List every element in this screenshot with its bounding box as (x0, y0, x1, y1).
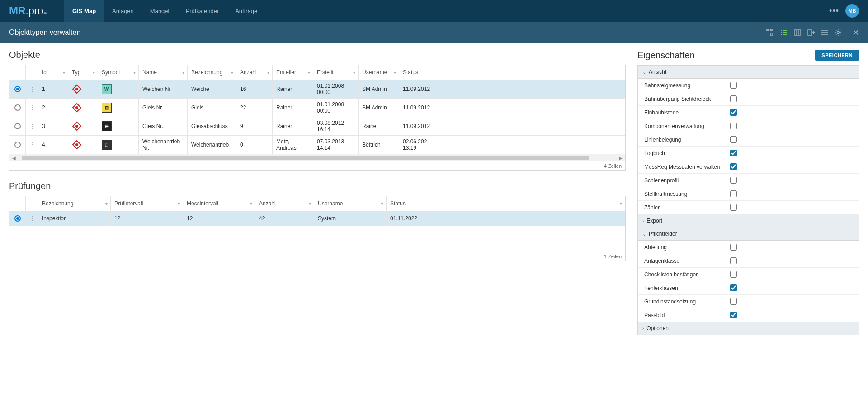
svg-rect-0 (767, 29, 769, 31)
tab-anlagen[interactable]: Anlagen (104, 0, 142, 22)
prop-checkbox[interactable] (730, 257, 737, 264)
tree-icon[interactable] (766, 28, 775, 37)
table-row[interactable]: ⋮4⬚Weichenantrieb Nr.Weichenantrieb0Metz… (9, 136, 625, 154)
objekte-body: ⋮1WWeichen NrWeiche16Rainer01.01.2008 00… (9, 80, 625, 154)
prop-checkbox[interactable] (730, 136, 737, 143)
prop-checkbox[interactable] (730, 177, 737, 184)
section-ansicht: ⌄Ansicht BahnsteigmessungBahnübergang Si… (637, 65, 859, 214)
row-menu-icon[interactable]: ⋮ (26, 99, 38, 117)
prop-checkbox[interactable] (730, 163, 737, 170)
prop-checkbox[interactable] (730, 312, 737, 318)
col-p-status[interactable]: Status▾ (387, 196, 625, 211)
scroll-right-icon[interactable]: ▶ (617, 156, 624, 161)
col-typ[interactable]: Typ▾ (68, 65, 98, 80)
prop-checkbox[interactable] (730, 82, 737, 89)
logo[interactable]: MR.pro® (9, 5, 46, 17)
row-menu-icon[interactable]: ⋮ (26, 80, 38, 98)
section-export-head[interactable]: ›Export (638, 214, 859, 227)
columns-icon[interactable] (793, 28, 802, 37)
filter-icon[interactable]: ▾ (133, 70, 136, 75)
scroll-track[interactable] (22, 156, 613, 160)
cell-anzahl: 0 (236, 136, 273, 154)
filter-icon[interactable]: ▾ (394, 70, 396, 75)
prop-checkbox[interactable] (730, 284, 737, 291)
filter-icon[interactable]: ▾ (620, 201, 622, 206)
row-menu-icon[interactable]: ⋮ (26, 211, 38, 226)
menu-icon[interactable] (820, 28, 829, 37)
row-radio[interactable] (9, 99, 26, 117)
row-radio[interactable] (9, 136, 26, 154)
section-pflicht-head[interactable]: ⌄Pflichtfelder (638, 227, 859, 241)
filter-icon[interactable]: ▾ (267, 70, 269, 75)
section-ansicht-head[interactable]: ⌄Ansicht (638, 66, 859, 79)
col-symbol[interactable]: Symbol▾ (98, 65, 139, 80)
table-row[interactable]: ⋮Inspektion121242System01.11.2022 (9, 211, 625, 226)
diamond-icon (72, 103, 82, 113)
chevron-down-icon: ⌄ (642, 70, 646, 75)
filter-icon[interactable]: ▾ (105, 201, 108, 206)
avatar[interactable]: MB (845, 4, 859, 18)
export-icon[interactable] (807, 28, 816, 37)
col-username[interactable]: Username▾ (359, 65, 399, 80)
table-row[interactable]: ⋮3⊖Gleis Nr.Gleisabschluss9Rainer03.08.2… (9, 117, 625, 136)
filter-icon[interactable]: ▾ (231, 70, 233, 75)
row-menu-icon[interactable]: ⋮ (26, 136, 38, 154)
col-p-anz[interactable]: Anzahl▾ (255, 196, 314, 211)
row-radio[interactable] (9, 117, 26, 135)
prop-checkbox[interactable] (730, 190, 737, 197)
section-optionen-head[interactable]: ›Optionen (638, 322, 859, 335)
filter-icon[interactable]: ▾ (93, 70, 95, 75)
col-p-bez[interactable]: Bezeichnung▾ (38, 196, 111, 211)
filter-icon[interactable]: ▾ (63, 70, 65, 75)
prop-checkbox[interactable] (730, 123, 737, 129)
col-p-user[interactable]: Username▾ (314, 196, 387, 211)
row-radio[interactable] (9, 80, 26, 98)
col-erstellt[interactable]: Erstellt▾ (313, 65, 359, 80)
cell-pint: 12 (111, 211, 183, 226)
filter-icon[interactable]: ▾ (381, 201, 383, 206)
prop-item: Grundinstandsetzung (638, 295, 859, 308)
prop-checkbox[interactable] (730, 244, 737, 251)
table-row[interactable]: ⋮1WWeichen NrWeiche16Rainer01.01.2008 00… (9, 80, 625, 99)
prop-checkbox[interactable] (730, 109, 737, 116)
svg-rect-9 (794, 30, 801, 35)
col-ersteller[interactable]: Ersteller▾ (273, 65, 313, 80)
cell-username: Rainer (359, 117, 399, 135)
col-id[interactable]: Id▾ (38, 65, 68, 80)
filter-icon[interactable]: ▾ (309, 201, 311, 206)
chevron-right-icon: › (642, 326, 644, 331)
prop-checkbox[interactable] (730, 271, 737, 278)
list-icon[interactable] (779, 28, 788, 37)
col-p-int[interactable]: Prüfintervall▾ (111, 196, 183, 211)
row-radio[interactable] (9, 211, 26, 226)
tab-gis-map[interactable]: GIS Map (64, 0, 104, 22)
close-icon[interactable]: ✕ (853, 28, 859, 38)
filter-icon[interactable]: ▾ (353, 70, 355, 75)
tab-auftraege[interactable]: Aufträge (227, 0, 265, 22)
col-name[interactable]: Name▾ (139, 65, 188, 80)
prop-checkbox[interactable] (730, 150, 737, 156)
svg-rect-10 (808, 30, 812, 35)
col-anzahl[interactable]: Anzahl▾ (236, 65, 273, 80)
filter-icon[interactable]: ▾ (178, 201, 180, 206)
col-p-mess[interactable]: Messintervall▾ (183, 196, 255, 211)
prop-checkbox[interactable] (730, 95, 737, 102)
tab-maengel[interactable]: Mängel (142, 0, 178, 22)
more-icon[interactable]: ••• (829, 6, 839, 16)
save-button[interactable]: SPEICHERN (815, 50, 859, 61)
tab-pruefkalender[interactable]: Prüfkalender (177, 0, 227, 22)
table-row[interactable]: ⋮2⊞Gleis Nr.Gleis22Rainer01.01.2008 00:0… (9, 99, 625, 117)
prop-checkbox[interactable] (730, 204, 737, 211)
filter-icon[interactable]: ▾ (182, 70, 184, 75)
row-menu-icon[interactable]: ⋮ (26, 117, 38, 135)
cell-anzahl: 16 (236, 80, 273, 98)
objekte-scrollbar[interactable]: ◀ ▶ (9, 154, 625, 161)
prop-checkbox[interactable] (730, 298, 737, 305)
cell-symbol: ⬚ (98, 136, 139, 154)
gear-icon[interactable] (834, 28, 843, 37)
scroll-left-icon[interactable]: ◀ (10, 156, 18, 161)
filter-icon[interactable]: ▾ (250, 201, 252, 206)
col-bez[interactable]: Bezeichnung▾ (188, 65, 236, 80)
filter-icon[interactable]: ▾ (308, 70, 310, 75)
col-status[interactable]: Status (399, 65, 427, 80)
